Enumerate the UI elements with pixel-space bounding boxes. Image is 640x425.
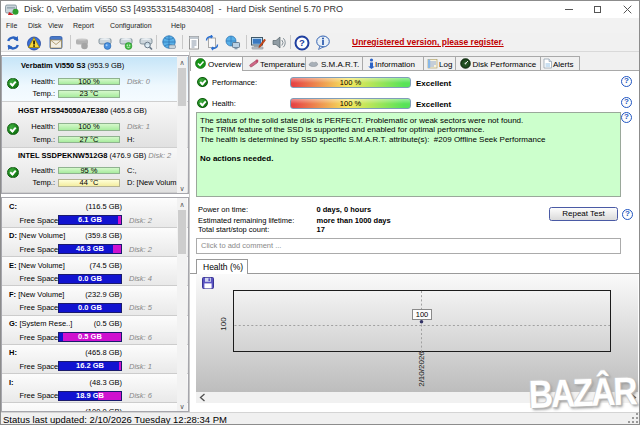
svg-text:?: ? xyxy=(299,37,305,48)
